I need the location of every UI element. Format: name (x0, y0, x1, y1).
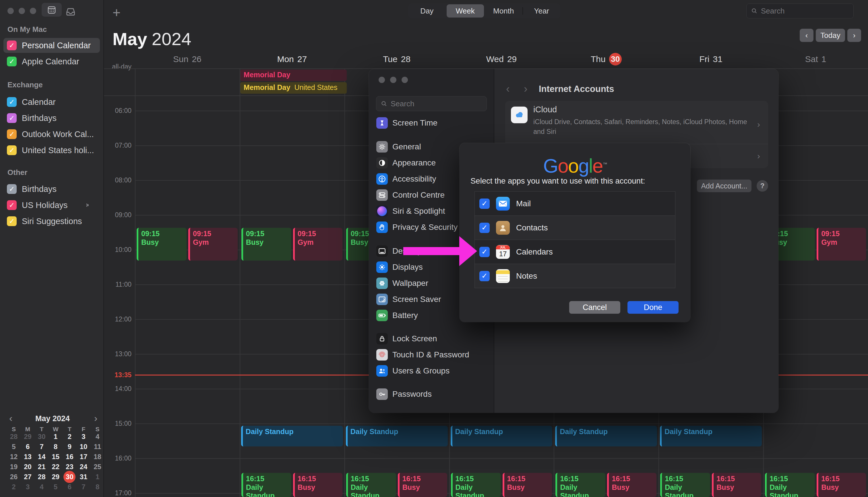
event-daily-standup[interactable]: 16:15Daily Standup (660, 473, 710, 497)
calendar-view-icon[interactable] (42, 3, 62, 17)
mini-day[interactable]: 4 (91, 432, 104, 441)
calendar-checkbox[interactable]: ✓ (7, 216, 17, 226)
mini-day[interactable]: 30 (35, 432, 48, 441)
mini-day[interactable]: 20 (21, 463, 35, 471)
mini-day[interactable]: 9 (62, 443, 76, 451)
event-daily-standup[interactable]: Daily Standup (241, 426, 343, 446)
close-button[interactable] (8, 8, 14, 14)
mini-day[interactable]: 28 (35, 473, 48, 481)
calendar-checkbox[interactable]: ✓ (7, 57, 17, 66)
mini-day[interactable]: 4 (35, 483, 48, 491)
app-checkbox-notes[interactable]: ✓ (479, 271, 490, 281)
mini-day[interactable]: 7 (77, 483, 90, 491)
calendar-search-field[interactable]: Search (746, 3, 854, 18)
mini-day[interactable]: 21 (35, 463, 48, 471)
app-checkbox-calendars[interactable]: ✓ (479, 247, 490, 257)
app-row-mail[interactable]: ✓Mail (475, 191, 675, 216)
all-day-event[interactable]: Memorial Day (240, 70, 347, 81)
mini-day[interactable]: 7 (35, 443, 48, 451)
app-row-calendars[interactable]: ✓JUL17Calendars (475, 240, 675, 264)
event-busy[interactable]: 16:15Busy (607, 473, 657, 497)
event-daily-standup[interactable]: 16:15Daily Standup (241, 473, 291, 497)
mini-day[interactable]: 2 (7, 483, 21, 491)
add-account-button[interactable]: Add Account... (697, 180, 751, 192)
mini-day[interactable]: 1 (49, 432, 62, 441)
mini-day[interactable]: 29 (21, 432, 35, 441)
mini-day[interactable]: 8 (49, 443, 62, 451)
day-header-thu[interactable]: Thu30 (554, 52, 659, 66)
event-daily-standup[interactable]: 16:15Daily Standup (555, 473, 605, 497)
mini-day[interactable]: 23 (62, 463, 76, 471)
sidebar-item-calendar[interactable]: ✓Calendar (3, 95, 100, 110)
day-header-fri[interactable]: Fri31 (659, 52, 763, 66)
sidebar-item-birthdays[interactable]: ✓Birthdays (3, 111, 100, 126)
mini-day[interactable]: 24 (77, 463, 90, 471)
calendar-checkbox[interactable]: ✓ (7, 41, 17, 50)
tab-day[interactable]: Day (408, 3, 446, 18)
prev-week-button[interactable]: ‹ (800, 29, 813, 42)
today-button[interactable]: Today (816, 29, 845, 42)
app-checkbox-contacts[interactable]: ✓ (479, 223, 490, 233)
help-button[interactable]: ? (756, 180, 768, 191)
mini-day[interactable]: 28 (7, 432, 21, 441)
day-header-wed[interactable]: Wed29 (449, 52, 554, 66)
mini-day[interactable]: 17 (77, 453, 90, 461)
mini-day[interactable]: 11 (91, 443, 104, 451)
sidebar-item-united-states-holi-[interactable]: ✓United States holi... (3, 143, 100, 158)
event-busy[interactable]: 09:15Busy (241, 228, 291, 260)
mini-day[interactable]: 18 (91, 453, 104, 461)
settings-item-lock-screen[interactable]: Lock Screen (374, 331, 488, 346)
mini-day[interactable]: 8 (91, 483, 104, 491)
event-daily-standup[interactable]: 16:15Daily Standup (451, 473, 501, 497)
mini-day[interactable]: 16 (62, 453, 76, 461)
zoom-button[interactable] (30, 8, 36, 14)
tab-month[interactable]: Month (485, 3, 523, 18)
mini-day[interactable]: 27 (21, 473, 35, 481)
icloud-chevron-icon[interactable]: › (757, 119, 760, 129)
mini-day[interactable]: 10 (77, 443, 90, 451)
mini-day[interactable]: 13 (21, 453, 35, 461)
day-header-mon[interactable]: Mon27 (240, 52, 344, 66)
cancel-button[interactable]: Cancel (569, 301, 620, 314)
event-gym[interactable]: 09:15Gym (293, 228, 342, 260)
mini-day[interactable]: 14 (35, 453, 48, 461)
sidebar-item-siri-suggestions[interactable]: ✓Siri Suggestions (3, 214, 100, 229)
day-header-tue[interactable]: Tue28 (344, 52, 449, 66)
mini-day[interactable]: 25 (91, 463, 104, 471)
day-header-sat[interactable]: Sat1 (763, 52, 868, 66)
day-header-sun[interactable]: Sun26 (135, 52, 240, 66)
sidebar-item-outlook-work-cal-[interactable]: ✓Outlook Work Cal... (3, 127, 100, 142)
mini-day[interactable]: 6 (21, 443, 35, 451)
all-day-event[interactable]: Memorial DayUnited States (240, 82, 347, 94)
mini-next-icon[interactable]: › (94, 413, 97, 424)
next-week-button[interactable]: › (847, 29, 861, 42)
settings-item-users-groups[interactable]: Users & Groups (374, 364, 488, 378)
calendar-checkbox[interactable]: ✓ (7, 200, 17, 210)
event-busy[interactable]: 09:15Busy (137, 228, 187, 260)
mini-day[interactable]: 1 (91, 473, 104, 481)
event-busy[interactable]: 16:15Busy (816, 473, 866, 497)
mini-day[interactable]: 5 (7, 443, 21, 451)
calendar-checkbox[interactable]: ✓ (7, 129, 17, 139)
settings-item-passwords[interactable]: Passwords (374, 387, 488, 402)
mini-day[interactable]: 12 (7, 453, 21, 461)
event-daily-standup[interactable]: 16:15Daily Standup (346, 473, 396, 497)
settings-close-button[interactable] (379, 77, 385, 83)
event-daily-standup[interactable]: Daily Standup (660, 426, 762, 446)
event-busy[interactable]: 16:15Busy (712, 473, 761, 497)
event-gym[interactable]: 09:15Gym (816, 228, 866, 260)
calendar-checkbox[interactable]: ✓ (7, 97, 17, 107)
mini-day[interactable]: 31 (77, 473, 90, 481)
mini-day[interactable]: 3 (21, 483, 35, 491)
done-button[interactable]: Done (628, 301, 679, 314)
event-busy[interactable]: 16:15Busy (398, 473, 447, 497)
event-gym[interactable]: 09:15Gym (188, 228, 238, 260)
settings-zoom-button[interactable] (401, 77, 408, 83)
mini-day[interactable]: 30 (62, 473, 76, 481)
back-icon[interactable]: ‹ (506, 83, 510, 95)
app-row-notes[interactable]: ✓Notes (475, 264, 675, 288)
event-daily-standup[interactable]: Daily Standup (555, 426, 657, 446)
event-busy[interactable]: 16:15Busy (293, 473, 342, 497)
calendar-checkbox[interactable]: ✓ (7, 184, 17, 194)
mini-day[interactable]: 15 (49, 453, 62, 461)
